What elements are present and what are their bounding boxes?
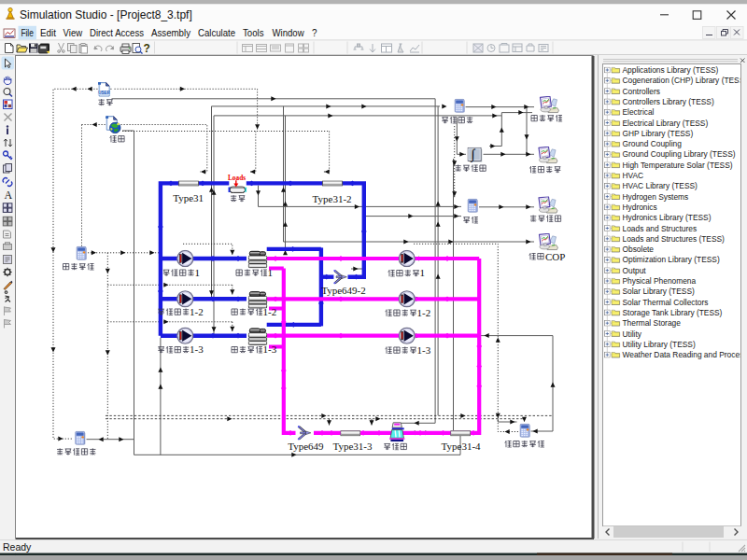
svg-text:Calculate: Calculate [198, 27, 235, 38]
svg-text:Hydronics: Hydronics [623, 203, 657, 212]
svg-text:COP: COP [545, 251, 565, 262]
svg-text:Loads: Loads [228, 174, 246, 182]
svg-text:1: 1 [268, 267, 274, 278]
svg-text:File: File [21, 27, 34, 38]
svg-text:1: 1 [195, 267, 201, 278]
svg-text:Solar Thermal Collectors: Solar Thermal Collectors [623, 298, 709, 307]
svg-text:HVAC Library (TESS): HVAC Library (TESS) [623, 181, 698, 190]
svg-text:High Temperature Solar (TESS): High Temperature Solar (TESS) [623, 161, 733, 170]
svg-text:?: ? [312, 27, 317, 38]
svg-text:Electrical: Electrical [623, 107, 655, 117]
svg-text:Optimization Library (TESS): Optimization Library (TESS) [623, 255, 720, 264]
svg-text:1: 1 [420, 267, 426, 278]
svg-text:1-3: 1-3 [190, 343, 204, 355]
svg-text:Type31: Type31 [173, 192, 204, 203]
svg-text:Ready: Ready [3, 541, 32, 553]
svg-text:Tools: Tools [243, 27, 264, 38]
svg-text:Assembly: Assembly [151, 27, 190, 38]
svg-text:Electrical Library (TESS): Electrical Library (TESS) [623, 119, 709, 128]
svg-text:Loads and Structures: Loads and Structures [623, 224, 698, 233]
svg-text:Thermal Storage: Thermal Storage [623, 318, 682, 328]
svg-text:A: A [5, 189, 13, 202]
svg-text:Controllers: Controllers [623, 87, 661, 96]
svg-text:Cogeneration (CHP) Library (TE: Cogeneration (CHP) Library (TESS) [623, 76, 747, 85]
svg-text:Obsolete: Obsolete [623, 245, 655, 254]
svg-text:Output: Output [623, 266, 647, 275]
svg-text:Type649-2: Type649-2 [321, 285, 366, 296]
svg-text:1-3: 1-3 [417, 344, 431, 356]
svg-text:1-2: 1-2 [263, 306, 277, 317]
svg-text:GHP Library (TESS): GHP Library (TESS) [623, 129, 694, 138]
svg-text:Type31-4: Type31-4 [442, 441, 481, 452]
svg-text:Direct Access: Direct Access [90, 27, 144, 38]
svg-text:Hydronics Library (TESS): Hydronics Library (TESS) [623, 213, 712, 222]
svg-text:Controllers Library (TESS): Controllers Library (TESS) [623, 97, 714, 106]
svg-text:Ground Coupling Library (TESS): Ground Coupling Library (TESS) [623, 149, 736, 159]
svg-text:Window: Window [273, 27, 304, 38]
svg-text:Physical Phenomena: Physical Phenomena [623, 276, 697, 286]
svg-text:Hydrogen Systems: Hydrogen Systems [623, 192, 689, 202]
svg-text:Type31-2: Type31-2 [313, 193, 352, 204]
svg-text:View: View [63, 27, 83, 38]
svg-text:?: ? [144, 42, 150, 55]
svg-text:Ground Coupling: Ground Coupling [623, 139, 683, 148]
svg-text:Weather Data Reading and Proce: Weather Data Reading and Process [623, 350, 747, 359]
svg-text:Storage Tank Library (TESS): Storage Tank Library (TESS) [623, 308, 723, 317]
svg-text:Type649: Type649 [288, 441, 324, 452]
svg-text:Loads and Structures (TESS): Loads and Structures (TESS) [623, 234, 726, 244]
svg-text:1-2: 1-2 [417, 307, 431, 318]
svg-text:1-3: 1-3 [263, 343, 277, 355]
svg-text:Simulation Studio - [Project8_: Simulation Studio - [Project8_3.tpf] [20, 8, 192, 21]
svg-text:Edit: Edit [40, 27, 56, 38]
svg-text:Applications Library (TESS): Applications Library (TESS) [623, 65, 719, 75]
svg-text:Utility: Utility [623, 329, 642, 339]
svg-text:Utility Library (TESS): Utility Library (TESS) [623, 340, 696, 349]
svg-text:Type31-3: Type31-3 [333, 441, 373, 452]
svg-text:HVAC: HVAC [623, 171, 644, 180]
svg-text:1-2: 1-2 [190, 306, 204, 317]
svg-text:Solar Library (TESS): Solar Library (TESS) [623, 287, 695, 296]
svg-text:USER: USER [98, 91, 110, 95]
